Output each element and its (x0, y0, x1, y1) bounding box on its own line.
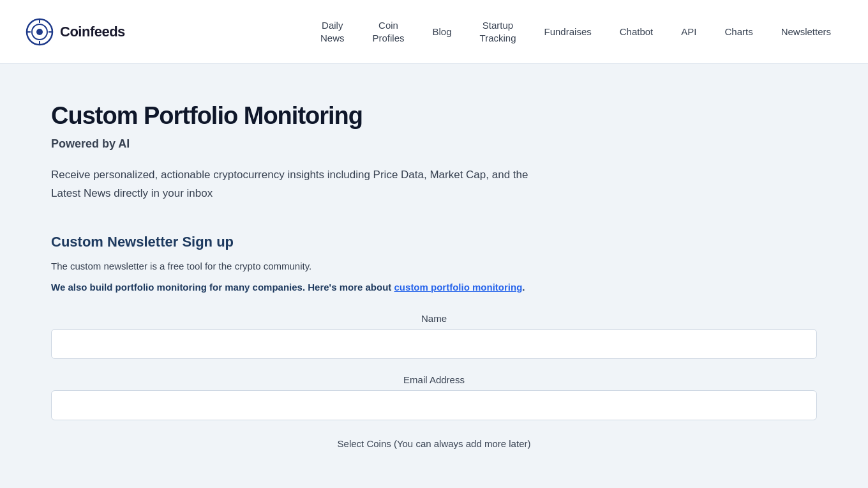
nav-coin-profiles[interactable]: CoinProfiles (361, 14, 415, 49)
name-field-group: Name (51, 313, 817, 374)
name-label: Name (51, 313, 817, 324)
svg-point-2 (36, 29, 43, 35)
signup-section: Custom Newsletter Sign up The custom new… (51, 234, 817, 449)
nav-blog[interactable]: Blog (421, 21, 463, 42)
main-nav: DailyNews CoinProfiles Blog StartupTrack… (309, 14, 842, 49)
email-input[interactable] (51, 390, 817, 420)
build-text-before: We also build portfolio monitoring for m… (51, 282, 394, 293)
coinfeeds-logo-icon (26, 18, 54, 46)
main-content: Custom Portfolio Monitoring Powered by A… (0, 64, 868, 487)
nav-charts[interactable]: Charts (713, 21, 764, 42)
section-title: Custom Newsletter Sign up (51, 234, 817, 250)
custom-portfolio-link[interactable]: custom portfolio monitoring (394, 282, 523, 293)
nav-fundraises[interactable]: Fundraises (533, 21, 603, 42)
header: Coinfeeds DailyNews CoinProfiles Blog St… (0, 0, 868, 64)
nav-chatbot[interactable]: Chatbot (608, 21, 665, 42)
name-input[interactable] (51, 329, 817, 359)
logo-link[interactable]: Coinfeeds (26, 18, 125, 46)
logo-text: Coinfeeds (60, 24, 125, 40)
email-label: Email Address (51, 374, 817, 385)
free-tool-text: The custom newsletter is a free tool for… (51, 261, 817, 271)
email-field-group: Email Address (51, 374, 817, 436)
build-portfolio-text: We also build portfolio monitoring for m… (51, 282, 817, 293)
powered-by-label: Powered by AI (51, 137, 817, 151)
nav-api[interactable]: API (670, 21, 708, 42)
select-coins-label: Select Coins (You can always add more la… (51, 438, 817, 449)
page-description: Receive personalized, actionable cryptoc… (51, 166, 536, 203)
nav-startup-tracking[interactable]: StartupTracking (468, 14, 528, 49)
nav-daily-news[interactable]: DailyNews (309, 14, 356, 49)
build-text-after: . (522, 282, 525, 293)
nav-newsletters[interactable]: Newsletters (770, 21, 842, 42)
page-title: Custom Portfolio Monitoring (51, 102, 817, 130)
